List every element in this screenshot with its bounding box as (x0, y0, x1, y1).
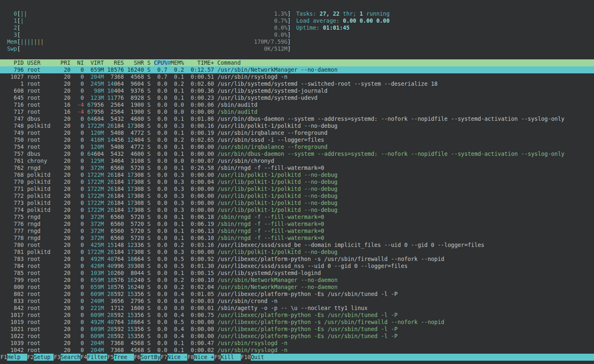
cell-pid: 1017 (0, 312, 27, 318)
process-row-783[interactable]: 783 root 20 0 492M 40764 18664 S 0.0 0.5… (0, 256, 594, 263)
process-row-773[interactable]: 773 polkitd 20 0 1722M 26184 17308 S 0.0… (0, 200, 594, 207)
process-row-842[interactable]: 842 root 20 0 221M 1712 1600 S 0.0 0.0 0… (0, 305, 594, 312)
cell-virt: 1722M (87, 193, 104, 199)
cell-ni: 0 (74, 326, 84, 332)
process-row-749[interactable]: 749 root 20 0 120M 5408 4772 S 0.0 0.1 0… (0, 129, 594, 136)
process-row-780[interactable]: 780 root 20 0 425M 15148 12336 S 0.0 0.2… (0, 242, 594, 249)
cell-time: 0:00.02 (187, 347, 217, 353)
fn-label-nice-[interactable]: Nice - (167, 354, 188, 361)
cell-res: 184 (114, 179, 124, 185)
fn-label-search[interactable]: Search (61, 354, 81, 361)
process-row-1027[interactable]: 1027 root 20 0 204M 7368 4568 S 0.7 0.1 … (0, 73, 594, 80)
cell-gap (124, 221, 127, 227)
fn-key-f8[interactable]: F8 (187, 354, 194, 361)
meter-close-bracket: ] (288, 32, 291, 38)
cell-command: /usr/libexec/platform-python -Es /usr/sb… (217, 333, 398, 339)
process-row-771[interactable]: 771 polkitd 20 0 1722M 26184 17308 S 0.0… (0, 186, 594, 193)
meter-open-bracket: [ (17, 46, 20, 52)
process-row-748[interactable]: 748 polkitd 20 0 1722M 26184 17308 S 0.0… (0, 122, 594, 129)
process-row-784[interactable]: 784 root 20 0 426M 40996 39308 S 0.0 0.5… (0, 263, 594, 270)
process-row-1019[interactable]: 1019 root 20 0 492M 40764 18664 S 0.0 0.… (0, 319, 594, 326)
fn-label-kill[interactable]: Kill (221, 354, 241, 361)
fn-key-f5[interactable]: F5 (107, 354, 114, 361)
process-row-775[interactable]: 775 rngd 20 0 372M 6560 5720 S 0.0 0.1 0… (0, 214, 594, 221)
cell-pid: 762 (0, 165, 27, 171)
cell-virt: 372M (90, 214, 104, 220)
fn-label-quit[interactable]: Quit (251, 354, 594, 361)
process-row-777[interactable]: 777 rngd 20 0 372M 6560 5720 S 0.0 0.1 0… (0, 228, 594, 235)
process-row-717[interactable]: 717 root 16 -4 67956 2564 1900 S 0.0 0.0… (0, 108, 594, 115)
process-row-754[interactable]: 754 root 20 0 120M 5408 4772 S 0.0 0.1 0… (0, 143, 594, 150)
cell-res: 592 (114, 326, 124, 332)
fn-key-f2[interactable]: F2 (27, 354, 34, 361)
cell-pid: 833 (0, 298, 27, 304)
process-row-608[interactable]: 608 root 20 0 98M 10404 9376 S 0.0 0.1 0… (0, 87, 594, 94)
meter-label: Swp (0, 46, 17, 52)
process-row-762[interactable]: 762 rngd 20 0 372M 6560 5720 S 0.0 0.1 0… (0, 164, 594, 171)
fn-label-sortby[interactable]: SortBy (141, 354, 161, 361)
cell-user: root (27, 326, 61, 332)
cell-mem: 0.1 (171, 235, 187, 241)
process-row-750[interactable]: 750 root 20 0 416M 14456 12404 S 0.0 0.2… (0, 136, 594, 143)
fn-label-nice-[interactable]: Nice + (194, 354, 214, 361)
fn-key-f9[interactable]: F9 (214, 354, 221, 361)
process-row-1[interactable]: 1 root 20 0 245M 14064 9604 S 0.0 0.2 0:… (0, 80, 594, 87)
process-row-716[interactable]: 716 root 16 -4 67956 2564 1900 S 0.0 0.0… (0, 101, 594, 108)
cell-res: 576 (114, 277, 124, 283)
cell-gap (144, 340, 147, 346)
fn-key-f1[interactable]: F1 (0, 354, 7, 361)
cell-cpu: 0.0 (154, 312, 170, 318)
process-row-1022[interactable]: 1022 root 20 0 609M 28592 15356 S 0.0 0.… (0, 333, 594, 340)
cell-state: S (147, 81, 154, 87)
process-row-833[interactable]: 833 root 20 0 240M 3656 2796 S 0.0 0.0 0… (0, 298, 594, 305)
process-row-1021[interactable]: 1021 root 20 0 609M 28592 15356 S 0.0 0.… (0, 326, 594, 333)
cell-shr (127, 221, 131, 227)
fn-key-f6[interactable]: F6 (134, 354, 141, 361)
fn-label-filter[interactable]: Filter (87, 354, 107, 361)
process-row-1017[interactable]: 1017 root 20 0 609M 28592 15356 S 0.0 0.… (0, 312, 594, 319)
fn-label-setup[interactable]: Setup (34, 354, 54, 361)
cell-shr: 356 (134, 312, 144, 318)
cell-time: 0:00.00 (187, 319, 217, 325)
process-row-1039[interactable]: 1039 root 20 0 204M 7368 4568 S 0.0 0.1 … (0, 340, 594, 347)
process-row-800[interactable]: 800 root 20 0 659M 18576 16240 S 0.0 0.2… (0, 284, 594, 291)
fn-label-tree[interactable]: Tree (114, 354, 134, 361)
fn-key-f7[interactable]: F7 (160, 354, 167, 361)
process-row-774[interactable]: 774 polkitd 20 0 1722M 26184 17308 S 0.0… (0, 207, 594, 214)
fn-key-f10[interactable]: F10 (241, 354, 251, 361)
cell-time: 0:00.23 (187, 95, 217, 101)
cell-gap (144, 144, 147, 150)
cell-time: 0:00.16 (187, 123, 217, 129)
process-row-802[interactable]: 802 root 20 0 609M 28592 15356 S 0.0 0.4… (0, 291, 594, 298)
cell-user: root (27, 333, 61, 339)
cell-pid: 748 (0, 123, 27, 129)
fn-label-help[interactable]: Help (7, 354, 27, 361)
cell-pid: 768 (0, 172, 27, 178)
process-row-785[interactable]: 785 root 20 0 103M 10260 8044 S 0.0 0.1 … (0, 270, 594, 277)
process-row-761[interactable]: 761 chrony 20 0 125M 3464 3108 S 0.0 0.0… (0, 157, 594, 164)
process-row-772[interactable]: 772 polkitd 20 0 1722M 26184 17308 S 0.0… (0, 193, 594, 200)
process-row-645[interactable]: 645 root 20 0 123M 11776 8928 S 0.0 0.1 … (0, 94, 594, 101)
process-row-768[interactable]: 768 polkitd 20 0 1722M 26184 17308 S 0.0… (0, 171, 594, 178)
cell-shr: 308 (134, 179, 144, 185)
process-row-747[interactable]: 747 dbus 20 0 64604 5432 4600 S 0.0 0.1 … (0, 115, 594, 122)
cell-cpu: 0.0 (154, 144, 170, 150)
cell-mem: 0.4 (171, 291, 187, 297)
process-row-796[interactable]: 796 root 20 0 659M 18576 16240 S 0.7 0.2… (0, 66, 594, 73)
cell-cpu: 0.0 (154, 172, 170, 178)
fn-key-f4[interactable]: F4 (80, 354, 87, 361)
process-row-1042[interactable]: 1042 root 20 0 204M 7368 4568 S 0.0 0.1 … (0, 347, 594, 354)
column-header-cpu-sort[interactable]: CPU%▽ (154, 60, 170, 66)
cell-cpu: 0.0 (154, 256, 170, 262)
process-row-781[interactable]: 781 polkitd 20 0 1722M 26184 17308 S 0.0… (0, 249, 594, 256)
cell-shr (127, 88, 131, 94)
fn-key-f3[interactable]: F3 (54, 354, 60, 361)
process-row-757[interactable]: 757 dbus 20 0 64604 5432 4600 S 0.0 0.1 … (0, 150, 594, 157)
process-row-799[interactable]: 799 root 20 0 659M 18576 16240 S 0.0 0.2… (0, 277, 594, 284)
process-row-770[interactable]: 770 polkitd 20 0 1722M 26184 17308 S 0.0… (0, 178, 594, 186)
process-row-776[interactable]: 776 rngd 20 0 372M 6560 5720 S 0.0 0.1 0… (0, 221, 594, 228)
process-row-778[interactable]: 778 rngd 20 0 372M 6560 5720 S 0.0 0.1 0… (0, 235, 594, 242)
cell-mem: 0.3 (171, 193, 187, 199)
cell-res: 18 (107, 284, 114, 290)
cell-gap (124, 81, 127, 87)
